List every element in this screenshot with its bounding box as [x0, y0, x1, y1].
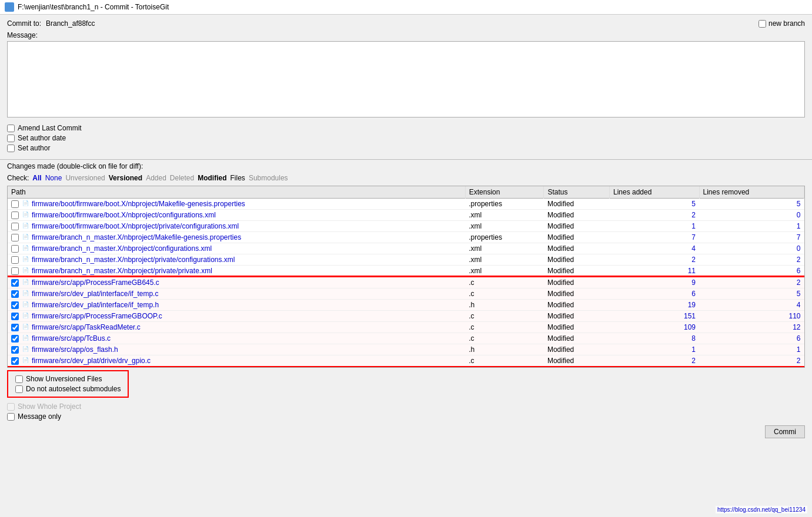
file-lines-removed: 4	[699, 300, 804, 311]
filter-deleted[interactable]: Deleted	[170, 174, 194, 182]
file-row-path-cell[interactable]: 📄firmware/src/app/ProcessFrameGB645.c	[8, 277, 465, 288]
message-only-row[interactable]: Message only	[7, 412, 805, 421]
no-autoselect-label[interactable]: Do not autoselect submodules	[26, 385, 121, 393]
file-checkbox[interactable]	[11, 256, 19, 264]
show-unversioned-checkbox[interactable]	[15, 375, 23, 383]
amend-row[interactable]: Amend Last Commit	[7, 124, 805, 132]
file-lines-removed: 1	[699, 221, 804, 232]
table-row[interactable]: 📄firmware/branch_n_master.X/nbproject/co…	[8, 243, 804, 254]
table-row[interactable]: 📄firmware/src/dev_plat/interface/if_temp…	[8, 288, 804, 300]
table-row[interactable]: 📄firmware/boot/firmware/boot.X/nbproject…	[8, 210, 804, 221]
show-unversioned-row[interactable]: Show Unversioned Files	[15, 375, 121, 383]
filter-modified[interactable]: Modified	[198, 174, 226, 182]
show-unversioned-label[interactable]: Show Unversioned Files	[26, 375, 102, 383]
file-row-path-cell[interactable]: 📄firmware/branch_n_master.X/nbproject/pr…	[8, 254, 465, 266]
file-row-path-cell[interactable]: 📄firmware/src/dev_plat/interface/if_temp…	[8, 300, 465, 311]
file-row-path-cell[interactable]: 📄firmware/boot/firmware/boot.X/nbproject…	[8, 221, 465, 232]
file-row-path-cell[interactable]: 📄firmware/branch_n_master.X/nbproject/Ma…	[8, 232, 465, 243]
file-lines-added: 5	[610, 199, 700, 210]
author-date-row[interactable]: Set author date	[7, 134, 805, 142]
file-row-path-cell[interactable]: 📄firmware/src/app/ProcessFrameGBOOP.c	[8, 311, 465, 322]
filter-all[interactable]: All	[32, 174, 41, 182]
file-checkbox[interactable]	[11, 223, 19, 230]
file-row-path-cell[interactable]: 📄firmware/src/app/os_flash.h	[8, 344, 465, 355]
new-branch-area[interactable]: new branch	[758, 19, 805, 28]
file-path: firmware/boot/firmware/boot.X/nbproject/…	[32, 211, 216, 219]
file-row-path-cell[interactable]: 📄firmware/src/app/TaskReadMeter.c	[8, 322, 465, 333]
commit-button[interactable]: Commi	[765, 425, 805, 438]
table-row[interactable]: 📄firmware/src/dev_plat/interface/if_temp…	[8, 300, 804, 311]
commit-to-left: Commit to: Branch_af88fcc	[7, 19, 95, 28]
file-path: firmware/src/dev_plat/drive/drv_gpio.c	[32, 357, 151, 365]
table-row[interactable]: 📄firmware/src/app/TaskReadMeter.c.cModif…	[8, 322, 804, 333]
set-author-label[interactable]: Set author	[18, 144, 50, 152]
no-autoselect-checkbox[interactable]	[15, 385, 23, 393]
new-branch-checkbox[interactable]	[758, 20, 766, 28]
file-row-path-cell[interactable]: 📄firmware/src/dev_plat/drive/drv_gpio.c	[8, 355, 465, 367]
file-checkbox[interactable]	[11, 335, 19, 343]
table-row[interactable]: 📄firmware/branch_n_master.X/nbproject/pr…	[8, 254, 804, 266]
file-row-path-cell[interactable]: 📄firmware/branch_n_master.X/nbproject/pr…	[8, 266, 465, 277]
no-autoselect-row[interactable]: Do not autoselect submodules	[15, 385, 121, 393]
file-status: Modified	[544, 333, 610, 344]
file-path: firmware/branch_n_master.X/nbproject/con…	[32, 244, 212, 253]
file-checkbox[interactable]	[11, 212, 19, 219]
set-author-row[interactable]: Set author	[7, 144, 805, 152]
file-row-path-cell[interactable]: 📄firmware/boot/firmware/boot.X/nbproject…	[8, 199, 465, 210]
filter-versioned[interactable]: Versioned	[109, 174, 142, 182]
file-checkbox[interactable]	[11, 234, 19, 241]
file-lines-added: 2	[610, 355, 700, 367]
file-checkbox[interactable]	[11, 267, 19, 275]
file-row-path-cell[interactable]: 📄firmware/src/app/TcBus.c	[8, 333, 465, 344]
table-row[interactable]: 📄firmware/src/app/os_flash.h.hModified11	[8, 344, 804, 355]
file-checkbox[interactable]	[11, 346, 19, 354]
author-date-checkbox[interactable]	[7, 135, 15, 142]
file-row-path-cell[interactable]: 📄firmware/branch_n_master.X/nbproject/co…	[8, 243, 465, 254]
filter-none[interactable]: None	[45, 174, 62, 182]
file-checkbox[interactable]	[11, 324, 19, 331]
file-ext: .xml	[465, 210, 544, 221]
col-status: Status	[544, 186, 610, 199]
file-path: firmware/branch_n_master.X/nbproject/Mak…	[32, 233, 241, 241]
file-path: firmware/src/app/TaskReadMeter.c	[32, 323, 141, 331]
table-row[interactable]: 📄firmware/boot/firmware/boot.X/nbproject…	[8, 199, 804, 210]
changes-label: Changes made (double-click on file for d…	[0, 162, 812, 170]
set-author-checkbox[interactable]	[7, 145, 15, 152]
file-row-path-cell[interactable]: 📄firmware/src/dev_plat/interface/if_temp…	[8, 288, 465, 300]
table-row[interactable]: 📄firmware/src/app/TcBus.c.cModified86	[8, 333, 804, 344]
author-date-label[interactable]: Set author date	[18, 134, 66, 142]
file-checkbox[interactable]	[11, 357, 19, 365]
message-only-checkbox[interactable]	[7, 413, 15, 421]
file-lines-removed: 2	[699, 355, 804, 367]
file-status: Modified	[544, 311, 610, 322]
file-ext: .properties	[465, 232, 544, 243]
file-row-path-cell[interactable]: 📄firmware/boot/firmware/boot.X/nbproject…	[8, 210, 465, 221]
file-checkbox[interactable]	[11, 290, 19, 298]
filter-added[interactable]: Added	[146, 174, 166, 182]
message-only-label[interactable]: Message only	[18, 412, 61, 421]
show-whole-project-row[interactable]: Show Whole Project	[7, 402, 805, 411]
table-row[interactable]: 📄firmware/branch_n_master.X/nbproject/Ma…	[8, 232, 804, 243]
table-row[interactable]: 📄firmware/src/dev_plat/drive/drv_gpio.c.…	[8, 355, 804, 367]
show-whole-project-checkbox[interactable]	[7, 403, 15, 411]
file-lines-added: 7	[610, 232, 700, 243]
filter-submodules[interactable]: Submodules	[249, 174, 288, 182]
message-textarea[interactable]	[7, 41, 805, 118]
show-whole-project-label[interactable]: Show Whole Project	[18, 402, 81, 411]
amend-label[interactable]: Amend Last Commit	[18, 124, 82, 132]
new-branch-label[interactable]: new branch	[768, 19, 805, 28]
amend-checkbox[interactable]	[7, 125, 15, 132]
table-row[interactable]: 📄firmware/boot/firmware/boot.X/nbproject…	[8, 221, 804, 232]
file-checkbox[interactable]	[11, 245, 19, 253]
table-row[interactable]: 📄firmware/branch_n_master.X/nbproject/pr…	[8, 266, 804, 277]
table-row[interactable]: 📄firmware/src/app/ProcessFrameGBOOP.c.cM…	[8, 311, 804, 322]
file-checkbox[interactable]	[11, 313, 19, 320]
filter-unversioned[interactable]: Unversioned	[65, 174, 105, 182]
file-checkbox[interactable]	[11, 200, 19, 208]
table-row[interactable]: 📄firmware/src/app/ProcessFrameGB645.c.cM…	[8, 277, 804, 288]
file-checkbox[interactable]	[11, 279, 19, 287]
filter-files[interactable]: Files	[230, 174, 245, 182]
file-table-wrapper[interactable]: Path Extension Status Lines added Lines …	[7, 186, 805, 368]
file-lines-added: 109	[610, 322, 700, 333]
file-checkbox[interactable]	[11, 301, 19, 309]
